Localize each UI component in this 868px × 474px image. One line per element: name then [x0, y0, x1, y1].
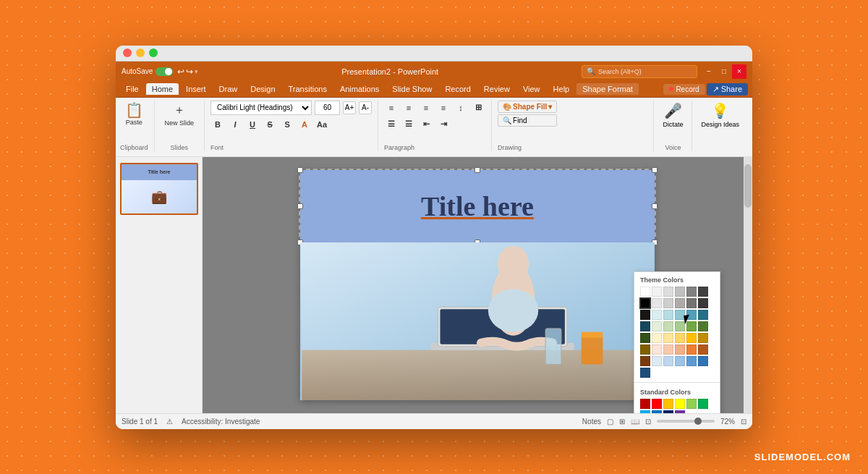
mac-maximize-btn[interactable] — [149, 48, 158, 57]
theme-color-swatch[interactable] — [652, 333, 662, 343]
standard-color-swatch[interactable] — [640, 410, 650, 413]
theme-color-swatch[interactable] — [675, 310, 685, 320]
find-btn[interactable]: 🔍 Find — [498, 114, 557, 127]
record-button[interactable]: Record — [663, 84, 705, 95]
scrollbar-thumb[interactable] — [744, 164, 752, 208]
align-center-btn[interactable]: ≡ — [401, 101, 416, 115]
new-slide-btn[interactable]: ＋ New Slide — [161, 101, 199, 129]
numbering-btn[interactable]: ☰ — [401, 117, 416, 132]
menu-record[interactable]: Record — [439, 83, 476, 95]
paste-btn[interactable]: 📋 Paste — [121, 101, 148, 128]
strikethrough-btn[interactable]: S — [263, 117, 277, 132]
theme-color-swatch[interactable] — [652, 298, 662, 308]
undo-icon[interactable]: ↩ — [177, 67, 184, 77]
theme-color-swatch[interactable] — [663, 298, 673, 308]
zoom-slider[interactable] — [657, 420, 715, 423]
font-increase-btn[interactable]: A+ — [343, 101, 356, 114]
standard-color-swatch[interactable] — [652, 399, 662, 409]
theme-color-swatch[interactable] — [663, 321, 673, 331]
theme-color-swatch[interactable] — [652, 310, 662, 320]
redo-icon[interactable]: ↪ — [186, 67, 193, 77]
font-color-btn[interactable]: A — [297, 117, 312, 132]
theme-color-swatch[interactable] — [675, 287, 685, 297]
theme-color-swatch[interactable] — [640, 333, 650, 343]
standard-color-swatch[interactable] — [686, 399, 697, 409]
theme-color-swatch[interactable] — [652, 356, 662, 366]
theme-color-swatch[interactable] — [652, 321, 662, 331]
autosave-toggle[interactable] — [156, 67, 173, 76]
slide-sorter-icon[interactable]: ⊞ — [619, 418, 625, 426]
theme-color-swatch[interactable] — [652, 287, 662, 297]
menu-animations[interactable]: Animations — [334, 83, 385, 95]
menu-design[interactable]: Design — [244, 83, 281, 95]
align-right-btn[interactable]: ≡ — [419, 101, 433, 115]
shadow-btn[interactable]: S — [280, 117, 294, 132]
bold-btn[interactable]: B — [210, 117, 225, 132]
menu-transitions[interactable]: Transitions — [283, 83, 333, 95]
standard-color-swatch[interactable] — [675, 410, 685, 413]
indent-dec-btn[interactable]: ⇤ — [419, 117, 433, 132]
menu-draw[interactable]: Draw — [213, 83, 244, 95]
standard-color-swatch[interactable] — [663, 410, 673, 413]
theme-color-swatch[interactable] — [663, 310, 673, 320]
theme-color-swatch[interactable] — [675, 333, 685, 343]
theme-color-swatch[interactable] — [663, 333, 673, 343]
reading-view-icon[interactable]: 📖 — [631, 418, 639, 426]
zoom-fit-icon[interactable]: ⊡ — [741, 418, 746, 426]
menu-insert[interactable]: Insert — [180, 83, 212, 95]
highlight-btn[interactable]: Aa — [315, 117, 329, 132]
theme-color-swatch[interactable] — [698, 356, 708, 366]
indent-inc-btn[interactable]: ⇥ — [436, 117, 451, 132]
standard-color-swatch[interactable] — [652, 410, 662, 413]
theme-color-swatch[interactable] — [640, 287, 650, 297]
standard-color-swatch[interactable] — [698, 399, 708, 409]
font-size-input[interactable] — [315, 101, 340, 115]
handle-tm[interactable] — [475, 167, 480, 173]
standard-color-swatch[interactable] — [640, 399, 650, 409]
underline-btn[interactable]: U — [245, 117, 260, 132]
theme-color-swatch[interactable] — [698, 344, 708, 355]
share-button[interactable]: ↗ Share — [707, 83, 748, 96]
minimize-btn[interactable]: − — [702, 64, 716, 79]
theme-color-swatch[interactable] — [663, 344, 673, 355]
theme-color-swatch[interactable] — [686, 344, 697, 355]
handle-ml[interactable] — [297, 203, 303, 209]
theme-color-swatch[interactable] — [640, 298, 650, 308]
standard-color-swatch[interactable] — [675, 399, 685, 409]
italic-btn[interactable]: I — [228, 117, 242, 132]
theme-color-swatch[interactable] — [652, 344, 662, 355]
slide-canvas[interactable]: Title here — [300, 170, 655, 400]
handle-mr[interactable] — [652, 203, 658, 209]
mac-close-btn[interactable] — [123, 48, 132, 57]
designer-btn[interactable]: 💡 Design Ideas — [698, 101, 742, 130]
theme-color-swatch[interactable] — [640, 310, 650, 320]
theme-color-swatch[interactable] — [686, 310, 697, 320]
mac-minimize-btn[interactable] — [136, 48, 145, 57]
theme-color-swatch[interactable] — [675, 321, 685, 331]
normal-view-icon[interactable]: ▢ — [607, 418, 613, 426]
align-justify-btn[interactable]: ≡ — [436, 101, 451, 115]
theme-color-swatch[interactable] — [698, 287, 708, 297]
menu-shape-format[interactable]: Shape Format — [576, 83, 639, 95]
menu-help[interactable]: Help — [548, 83, 576, 95]
handle-tr[interactable] — [652, 167, 658, 173]
theme-color-swatch[interactable] — [675, 356, 685, 366]
close-btn[interactable]: × — [732, 64, 746, 79]
dictate-btn[interactable]: 🎤 Dictate — [660, 101, 686, 130]
font-selector[interactable]: Calibri Light (Headings) — [210, 101, 312, 115]
theme-color-swatch[interactable] — [686, 298, 697, 308]
theme-color-swatch[interactable] — [686, 356, 697, 366]
scrollbar-vertical[interactable] — [744, 157, 752, 413]
theme-color-swatch[interactable] — [663, 356, 673, 366]
theme-color-swatch[interactable] — [686, 333, 697, 343]
standard-color-swatch[interactable] — [663, 399, 673, 409]
theme-color-swatch[interactable] — [698, 298, 708, 308]
slide-thumbnail-1[interactable]: Title here 💼 — [120, 163, 198, 215]
theme-color-swatch[interactable] — [686, 321, 697, 331]
shape-fill-btn[interactable]: 🎨 Shape Fill ▾ — [498, 101, 557, 113]
menu-file[interactable]: File — [120, 83, 145, 95]
theme-color-swatch[interactable] — [663, 287, 673, 297]
menu-home[interactable]: Home — [146, 83, 179, 95]
theme-color-swatch[interactable] — [698, 310, 708, 320]
theme-color-swatch[interactable] — [686, 287, 697, 297]
